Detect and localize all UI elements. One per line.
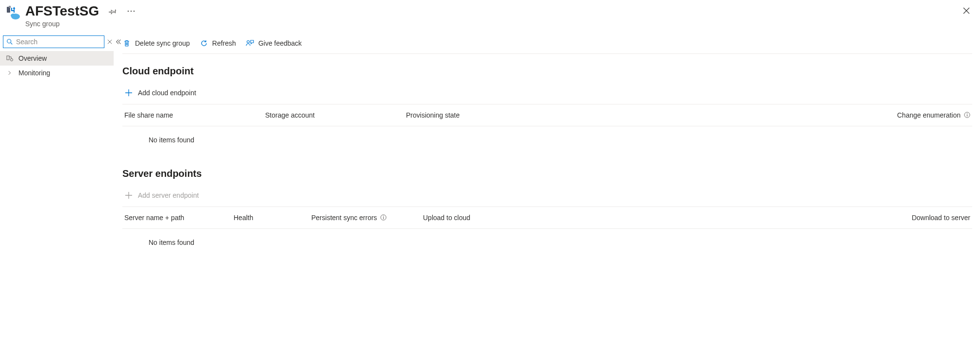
- sidebar-item-label: Overview: [18, 54, 47, 62]
- cloud-empty-message: No items found: [122, 126, 972, 163]
- feedback-icon: [246, 39, 254, 48]
- svg-point-5: [128, 11, 129, 12]
- section-title: Cloud endpoint: [122, 66, 972, 77]
- column-persistent-sync-errors[interactable]: Persistent sync errors: [311, 214, 423, 222]
- svg-rect-10: [7, 56, 9, 60]
- svg-point-4: [11, 14, 16, 17]
- column-storage-account[interactable]: Storage account: [265, 111, 406, 119]
- column-download-to-server[interactable]: Download to server: [525, 214, 970, 222]
- button-label: Give feedback: [258, 39, 302, 47]
- sync-group-icon: [5, 5, 20, 20]
- add-label: Add cloud endpoint: [138, 89, 196, 97]
- svg-rect-1: [9, 6, 11, 8]
- svg-point-6: [131, 11, 132, 12]
- sidebar-item-overview[interactable]: Overview: [0, 51, 114, 66]
- svg-point-17: [383, 216, 384, 216]
- sidebar: Overview Monitoring: [0, 34, 114, 280]
- sidebar-item-monitoring[interactable]: Monitoring: [0, 66, 114, 80]
- give-feedback-button[interactable]: Give feedback: [246, 39, 302, 48]
- button-label: Delete sync group: [135, 39, 190, 47]
- info-icon[interactable]: [380, 214, 387, 221]
- server-table-header: Server name + path Health Persistent syn…: [122, 207, 972, 229]
- page-subtitle: Sync group: [25, 20, 136, 28]
- cloud-table-header: File share name Storage account Provisio…: [122, 104, 972, 126]
- sidebar-item-label: Monitoring: [18, 69, 50, 77]
- svg-line-9: [11, 43, 13, 45]
- svg-point-14: [966, 113, 967, 114]
- svg-point-11: [11, 58, 13, 61]
- server-endpoints-section: Server endpoints Add server endpoint Ser…: [122, 168, 972, 266]
- main-content: Delete sync group Refresh Give feedback …: [114, 34, 980, 280]
- pin-button[interactable]: [108, 6, 118, 16]
- server-empty-message: No items found: [122, 229, 972, 266]
- svg-rect-18: [383, 217, 384, 219]
- blade-header: AFSTestSG Sync group: [0, 0, 980, 34]
- column-server-name-path[interactable]: Server name + path: [124, 214, 234, 222]
- refresh-icon: [200, 39, 208, 48]
- svg-point-7: [134, 11, 135, 12]
- svg-point-12: [247, 41, 249, 43]
- search-box[interactable]: [3, 35, 104, 48]
- search-icon: [6, 38, 13, 45]
- column-provisioning-state[interactable]: Provisioning state: [406, 111, 479, 119]
- svg-rect-15: [966, 115, 967, 117]
- refresh-button[interactable]: Refresh: [200, 39, 236, 48]
- column-upload-to-cloud[interactable]: Upload to cloud: [423, 214, 525, 222]
- clear-search-button[interactable]: [107, 38, 112, 46]
- add-label: Add server endpoint: [138, 191, 199, 199]
- delete-icon: [122, 39, 131, 48]
- chevron-right-icon: [6, 69, 14, 77]
- column-file-share-name[interactable]: File share name: [124, 111, 265, 119]
- close-button[interactable]: [962, 6, 971, 16]
- delete-sync-group-button[interactable]: Delete sync group: [122, 39, 190, 48]
- page-title: AFSTestSG: [25, 4, 99, 19]
- search-input[interactable]: [13, 38, 101, 46]
- add-cloud-endpoint-button[interactable]: Add cloud endpoint: [122, 86, 972, 104]
- toolbar: Delete sync group Refresh Give feedback: [122, 34, 972, 54]
- plus-icon: [124, 191, 133, 200]
- svg-marker-2: [13, 7, 16, 9]
- column-health[interactable]: Health: [234, 214, 311, 222]
- overview-icon: [6, 54, 14, 62]
- plus-icon: [124, 88, 133, 97]
- info-icon[interactable]: [963, 112, 970, 119]
- section-title: Server endpoints: [122, 168, 972, 179]
- button-label: Refresh: [212, 39, 236, 47]
- column-change-enumeration[interactable]: Change enumeration: [479, 111, 970, 119]
- svg-point-8: [7, 39, 11, 43]
- more-button[interactable]: [126, 6, 136, 16]
- cloud-endpoint-section: Cloud endpoint Add cloud endpoint File s…: [122, 66, 972, 163]
- add-server-endpoint-button: Add server endpoint: [122, 188, 972, 207]
